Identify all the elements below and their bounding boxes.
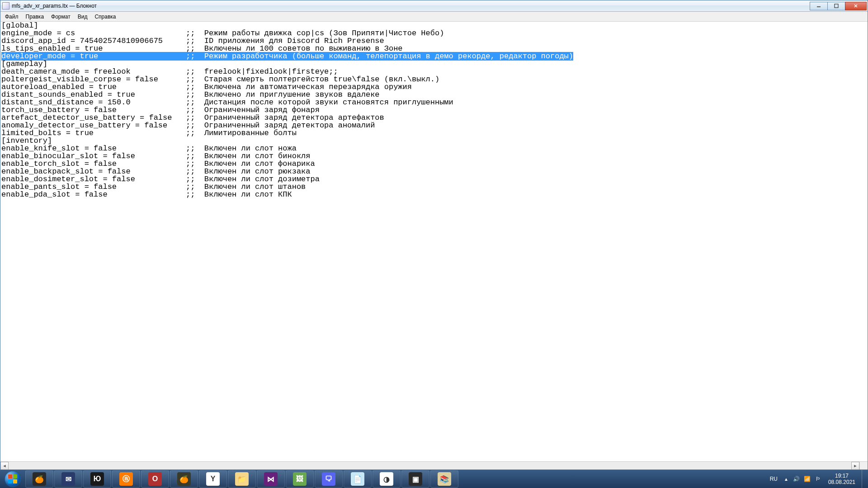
system-tray: RU ▲ 🔊 📶 🏳 19:17 08.08.2021 [766,470,866,488]
text-editor[interactable]: [global]engine_mode = cs ;; Режим работы… [0,22,868,461]
editor-line[interactable]: poltergeist_visible_corpse = false ;; Ст… [1,75,867,83]
maximize-button[interactable] [827,2,845,10]
github-icon: ◑ [380,472,393,486]
taskbar-item-app-green[interactable]: 🖼 [286,470,314,488]
editor-line[interactable]: enable_backpack_slot = false ;; Включен … [1,168,867,175]
editor-line[interactable]: [inventory] [1,137,867,145]
editor-line[interactable]: engine_mode = cs ;; Режим работы движка … [1,29,867,37]
app-green-icon: 🖼 [293,472,307,486]
taskbar-item-fl-studio[interactable]: 🍊 [25,470,53,488]
menu-file[interactable]: Файл [1,13,22,21]
editor-line[interactable]: enable_torch_slot = false ;; Включен ли … [1,160,867,168]
taskbar-items: 🍊✉ЮⓐO🍊Y📁⋈🖼🗨📄◑▣📚 [25,470,459,488]
menu-format[interactable]: Формат [47,13,74,21]
menu-bar: Файл Правка Формат Вид Справка [0,12,868,22]
scroll-left-button[interactable]: ◄ [0,462,9,469]
network-icon[interactable]: 📶 [803,475,811,483]
taskbar-item-fl-studio-2[interactable]: 🍊 [170,470,198,488]
volume-icon[interactable]: 🔊 [793,475,801,483]
close-button[interactable] [845,2,867,10]
editor-line[interactable]: limited_bolts = true ;; Лимитированные б… [1,129,867,137]
start-button[interactable] [0,470,25,488]
editor-line[interactable]: autoreload_enabled = true ;; Включена ли… [1,83,867,91]
taskbar-item-explorer[interactable]: 📁 [228,470,256,488]
notepad-window: mfs_adv_xr_params.ltx — Блокнот Файл Пра… [0,0,868,470]
taskbar-item-winrar[interactable]: 📚 [430,470,458,488]
taskbar-item-yandex-browser[interactable]: Y [199,470,227,488]
clock-time: 19:17 [828,473,855,479]
terminal-icon: ▣ [409,472,422,486]
svg-rect-1 [835,4,838,8]
opera-icon: O [148,472,162,486]
window-title: mfs_adv_xr_params.ltx — Блокнот [12,3,810,9]
editor-line[interactable]: [gameplay] [1,60,867,68]
editor-line[interactable]: artefact_detector_use_battery = false ;;… [1,114,867,122]
menu-help[interactable]: Справка [91,13,119,21]
editor-line-selected[interactable]: developer_mode = true ;; Режим разработч… [1,52,867,60]
discord-icon: 🗨 [322,472,335,486]
editor-line[interactable]: death_camera_mode = freelook ;; freelook… [1,68,867,75]
explorer-icon: 📁 [235,472,249,486]
notepad-icon: 📄 [351,472,364,486]
window-controls [810,2,867,10]
editor-line[interactable]: [global] [1,22,867,29]
editor-line[interactable]: enable_pants_slot = false ;; Включен ли … [1,183,867,191]
title-bar[interactable]: mfs_adv_xr_params.ltx — Блокнот [0,0,868,12]
action-center-icon[interactable]: 🏳 [814,475,822,483]
editor-line[interactable]: anomaly_detector_use_battery = false ;; … [1,122,867,129]
taskbar-item-discord[interactable]: 🗨 [315,470,343,488]
editor-line[interactable]: distant_snd_distance = 150.0 ;; Дистанци… [1,99,867,106]
menu-view[interactable]: Вид [74,13,91,21]
editor-line[interactable]: enable_knife_slot = false ;; Включен ли … [1,145,867,152]
taskbar-item-yandex-u[interactable]: Ю [83,470,111,488]
show-desktop-button[interactable] [862,470,866,488]
menu-edit[interactable]: Правка [22,13,48,21]
scroll-corner [859,461,868,469]
notepad-icon [2,2,9,9]
windows-logo-icon [5,471,21,487]
fl-studio-icon: 🍊 [33,472,46,486]
taskbar-item-mail[interactable]: ✉ [54,470,82,488]
clock-date: 08.08.2021 [828,479,855,485]
taskbar-item-notepad[interactable]: 📄 [344,470,372,488]
show-hidden-icons[interactable]: ▲ [781,477,791,482]
editor-line[interactable]: distant_sounds_enabled = true ;; Включен… [1,91,867,99]
avast-icon: ⓐ [119,472,133,486]
scroll-track[interactable] [9,462,851,469]
visual-studio-icon: ⋈ [264,472,278,486]
taskbar-item-avast[interactable]: ⓐ [112,470,140,488]
editor-line[interactable]: enable_dosimeter_slot = false ;; Включен… [1,175,867,183]
editor-line[interactable]: discord_app_id = 745402574810906675 ;; I… [1,37,867,45]
minimize-button[interactable] [810,2,828,10]
clock[interactable]: 19:17 08.08.2021 [824,473,860,485]
editor-line[interactable]: ls_tips_enabled = true ;; Включены ли 10… [1,45,867,52]
scroll-right-button[interactable]: ► [851,462,859,469]
taskbar: 🍊✉ЮⓐO🍊Y📁⋈🖼🗨📄◑▣📚 RU ▲ 🔊 📶 🏳 19:17 08.08.2… [0,470,868,488]
language-indicator[interactable]: RU [766,476,781,482]
mail-icon: ✉ [61,472,75,486]
editor-line[interactable]: enable_pda_slot = false ;; Включен ли сл… [1,191,867,198]
yandex-u-icon: Ю [90,472,104,486]
horizontal-scrollbar[interactable]: ◄ ► [0,461,859,469]
taskbar-item-terminal[interactable]: ▣ [401,470,429,488]
winrar-icon: 📚 [438,472,451,486]
fl-studio-2-icon: 🍊 [177,472,191,486]
editor-line[interactable]: enable_binocular_slot = false ;; Включен… [1,152,867,160]
editor-line[interactable]: torch_use_battery = false ;; Ограниченны… [1,106,867,114]
taskbar-item-opera[interactable]: O [141,470,169,488]
taskbar-item-github[interactable]: ◑ [373,470,401,488]
yandex-browser-icon: Y [206,472,220,486]
taskbar-item-visual-studio[interactable]: ⋈ [257,470,285,488]
editor-area: [global]engine_mode = cs ;; Режим работы… [0,22,868,469]
